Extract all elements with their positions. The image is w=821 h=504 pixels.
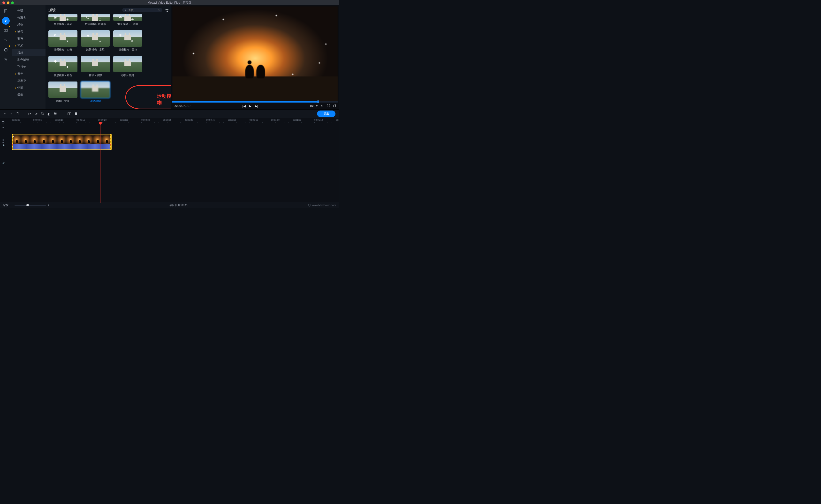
filter-tile[interactable]: 移轴 - 顶部 bbox=[113, 56, 142, 77]
filter-tile[interactable]: 移轴 - 底部 bbox=[81, 56, 110, 77]
volume-icon[interactable] bbox=[321, 104, 324, 108]
export-button[interactable]: 导出 bbox=[317, 111, 336, 117]
category-item[interactable]: 彩色滤镜 bbox=[12, 56, 45, 63]
project-duration: 项目长度: 00:25 bbox=[49, 203, 308, 207]
cart-icon[interactable] bbox=[164, 8, 168, 12]
category-item[interactable]: 晕影 bbox=[12, 91, 45, 98]
prev-frame-button[interactable]: |◀ bbox=[242, 104, 246, 108]
filter-tile[interactable]: 移轴 - 中间 bbox=[48, 82, 77, 103]
category-item[interactable]: 艺术 bbox=[12, 42, 45, 49]
category-item[interactable]: 飞行物 bbox=[12, 63, 45, 70]
aspect-selector[interactable]: 16:9 ▾ bbox=[310, 104, 318, 108]
clip-props-button[interactable] bbox=[54, 112, 57, 116]
rotate-button[interactable]: ⟳ bbox=[35, 112, 37, 116]
zoom-label: 缩放: bbox=[3, 203, 9, 207]
filter-label: 散景模糊 - 三叶草 bbox=[117, 22, 138, 26]
category-item[interactable]: 漏光 bbox=[12, 70, 45, 77]
category-label: 漏光 bbox=[17, 72, 23, 76]
clip-audio-waveform bbox=[12, 144, 111, 150]
category-item[interactable]: 噪音 bbox=[12, 28, 45, 35]
filter-label: 散景模糊 - 星星 bbox=[86, 48, 104, 52]
category-item[interactable]: 全部 bbox=[12, 7, 45, 14]
tool-more[interactable] bbox=[2, 56, 10, 63]
filter-label: 散景模糊 - 六边形 bbox=[85, 22, 106, 26]
category-item[interactable]: 马赛克 bbox=[12, 77, 45, 84]
delete-button[interactable] bbox=[16, 112, 19, 116]
popout-icon[interactable] bbox=[333, 104, 336, 108]
play-button[interactable]: ▶ bbox=[249, 104, 252, 108]
filter-label: 散景模糊 - 花朵 bbox=[54, 22, 72, 26]
split-button[interactable]: ✂ bbox=[28, 112, 31, 116]
category-label: 全部 bbox=[17, 9, 23, 13]
undo-button[interactable]: ↶ bbox=[3, 112, 6, 116]
filter-tile[interactable]: ❀❀散景模糊 - 花朵 bbox=[48, 14, 77, 26]
filter-tile[interactable]: ⬡⬡散景模糊 - 六边形 bbox=[81, 14, 110, 26]
filter-tile[interactable]: ♡运动模糊 bbox=[81, 82, 110, 103]
category-item[interactable]: 怀旧 bbox=[12, 84, 45, 91]
clip-handle-right[interactable] bbox=[110, 134, 111, 149]
zoom-slider[interactable] bbox=[15, 205, 46, 206]
tracks-area[interactable]: T👁 ⊞👁🔊 ♪🔊 ★ bbox=[12, 123, 339, 203]
transition-wiz-button[interactable] bbox=[67, 112, 71, 115]
tool-titles[interactable]: Tᴛ bbox=[2, 36, 10, 44]
tool-rail: Tᴛ bbox=[0, 5, 12, 109]
preview-progress[interactable] bbox=[172, 101, 338, 103]
crop-button[interactable] bbox=[41, 112, 44, 116]
filter-tile[interactable]: ◆◆散景模糊 - 钻石 bbox=[48, 56, 77, 77]
search-input[interactable] bbox=[128, 9, 157, 12]
tool-import[interactable] bbox=[2, 7, 10, 15]
time-ruler[interactable]: 00:00:0000:00:0500:00:1000:00:1500:00:20… bbox=[12, 118, 339, 123]
timeline: ≡₊ 00:00:0000:00:0500:00:1000:00:1500:00… bbox=[0, 118, 339, 203]
category-item[interactable]: 收藏夹 bbox=[12, 14, 45, 21]
search-field[interactable]: ✕ bbox=[122, 8, 162, 12]
svg-point-6 bbox=[125, 9, 126, 11]
filter-tile[interactable]: ❄❄散景模糊 - 雪花 bbox=[113, 30, 142, 52]
video-track-header[interactable]: ⊞👁🔊 bbox=[2, 134, 5, 151]
preview-panel: ? ✦ ✦ ✦ ✦ ✦ ✦ 00:00:22.207 |◀ ▶ ▶| 16:9 … bbox=[171, 5, 339, 109]
playhead[interactable] bbox=[100, 123, 100, 203]
category-label: 晕影 bbox=[17, 93, 23, 97]
filter-label: 移轴 - 顶部 bbox=[121, 74, 134, 77]
titlebar: Movavi Video Editor Plus - 新项目 bbox=[0, 0, 339, 5]
svg-point-10 bbox=[54, 112, 55, 113]
title-track-header[interactable]: T👁 bbox=[2, 123, 5, 129]
search-icon bbox=[125, 9, 127, 11]
category-label: 怀旧 bbox=[17, 86, 23, 90]
tool-transitions[interactable] bbox=[2, 27, 10, 34]
category-label: 彩色滤镜 bbox=[17, 58, 29, 62]
category-label: 噪音 bbox=[17, 30, 23, 34]
zoom-out-button[interactable]: − bbox=[11, 204, 12, 207]
clip-effect-icon: ★ bbox=[13, 135, 15, 137]
redo-button[interactable]: ↷ bbox=[10, 112, 13, 116]
category-item[interactable]: 精选 bbox=[12, 21, 45, 28]
fullscreen-icon[interactable] bbox=[327, 104, 330, 108]
category-item[interactable]: 模糊 bbox=[12, 49, 45, 56]
filter-tile[interactable]: ♥♥散景模糊 - 心形 bbox=[48, 30, 77, 52]
category-item[interactable]: 调整 bbox=[12, 35, 45, 42]
next-frame-button[interactable]: ▶| bbox=[255, 104, 258, 108]
filter-label: 移轴 - 底部 bbox=[89, 74, 102, 77]
svg-point-8 bbox=[167, 11, 168, 12]
tool-stickers[interactable] bbox=[2, 46, 10, 54]
clear-icon[interactable]: ✕ bbox=[157, 8, 160, 12]
annotation-text: 运动模糊 bbox=[157, 93, 171, 106]
preview-controls: 00:00:22.207 |◀ ▶ ▶| 16:9 ▾ bbox=[171, 103, 339, 109]
svg-point-5 bbox=[4, 48, 7, 51]
marker-button[interactable] bbox=[74, 112, 77, 115]
svg-point-1 bbox=[7, 20, 7, 20]
video-clip[interactable]: ★ bbox=[12, 134, 111, 150]
color-button[interactable]: ◐ bbox=[47, 112, 50, 116]
audio-track-header[interactable]: ♪🔊 bbox=[2, 159, 5, 164]
category-label: 调整 bbox=[17, 37, 23, 41]
category-label: 精选 bbox=[17, 23, 23, 27]
preview-canvas[interactable]: ✦ ✦ ✦ ✦ ✦ ✦ bbox=[172, 6, 338, 101]
tool-filters[interactable] bbox=[2, 17, 10, 25]
filter-browser: 滤镜 ✕ ❀❀散景模糊 - 花朵⬡⬡散景模糊 - 六边形☘☘散景模糊 - 三叶草… bbox=[45, 5, 171, 109]
track-header-icons: T👁 ⊞👁🔊 ♪🔊 bbox=[2, 123, 5, 164]
category-label: 模糊 bbox=[17, 51, 23, 55]
filter-tile[interactable]: ★★散景模糊 - 星星 bbox=[81, 30, 110, 52]
add-track-button[interactable]: ≡₊ bbox=[2, 119, 6, 123]
filter-tile[interactable]: ☘☘散景模糊 - 三叶草 bbox=[113, 14, 142, 26]
window-title: Movavi Video Editor Plus - 新项目 bbox=[0, 1, 339, 5]
filter-label: 散景模糊 - 心形 bbox=[54, 48, 72, 52]
